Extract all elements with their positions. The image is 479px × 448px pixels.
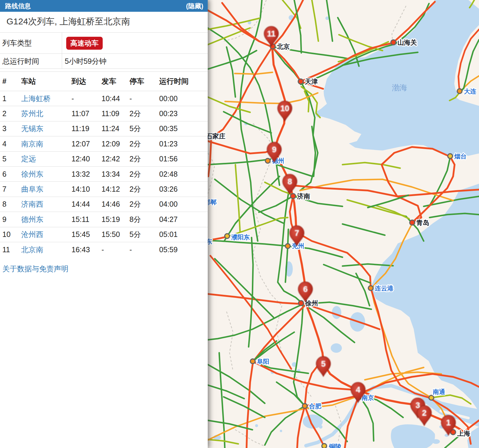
svg-text:6: 6 bbox=[303, 285, 307, 294]
svg-text:5: 5 bbox=[321, 360, 325, 368]
svg-text:渤海: 渤海 bbox=[392, 83, 407, 92]
svg-text:10: 10 bbox=[280, 104, 289, 113]
svg-text:7: 7 bbox=[295, 229, 299, 238]
svg-text:南通: 南通 bbox=[433, 388, 445, 395]
svg-text:连云港: 连云港 bbox=[375, 285, 394, 292]
svg-text:天津: 天津 bbox=[305, 78, 318, 85]
svg-text:合肥: 合肥 bbox=[309, 403, 322, 409]
svg-text:阜阳: 阜阳 bbox=[257, 358, 269, 365]
svg-text:烟台: 烟台 bbox=[454, 153, 467, 160]
svg-text:上海: 上海 bbox=[457, 430, 470, 437]
svg-text:濮阳东: 濮阳东 bbox=[231, 234, 250, 240]
svg-text:大连: 大连 bbox=[464, 88, 476, 95]
svg-text:铜陵: 铜陵 bbox=[329, 443, 341, 448]
svg-text:1: 1 bbox=[446, 418, 450, 427]
svg-text:济南: 济南 bbox=[297, 193, 310, 200]
svg-text:北京: 北京 bbox=[277, 43, 290, 50]
svg-text:山海关: 山海关 bbox=[397, 39, 417, 46]
svg-text:11: 11 bbox=[267, 29, 276, 38]
svg-text:石家庄: 石家庄 bbox=[208, 133, 225, 140]
svg-text:徐州: 徐州 bbox=[305, 300, 318, 307]
svg-text:8: 8 bbox=[287, 177, 292, 186]
svg-text:东: 东 bbox=[208, 238, 212, 245]
svg-text:邯郸: 邯郸 bbox=[208, 199, 217, 205]
svg-text:2: 2 bbox=[422, 409, 426, 417]
svg-text:9: 9 bbox=[272, 145, 276, 154]
svg-text:4: 4 bbox=[356, 385, 360, 394]
svg-text:青岛: 青岛 bbox=[416, 219, 429, 226]
